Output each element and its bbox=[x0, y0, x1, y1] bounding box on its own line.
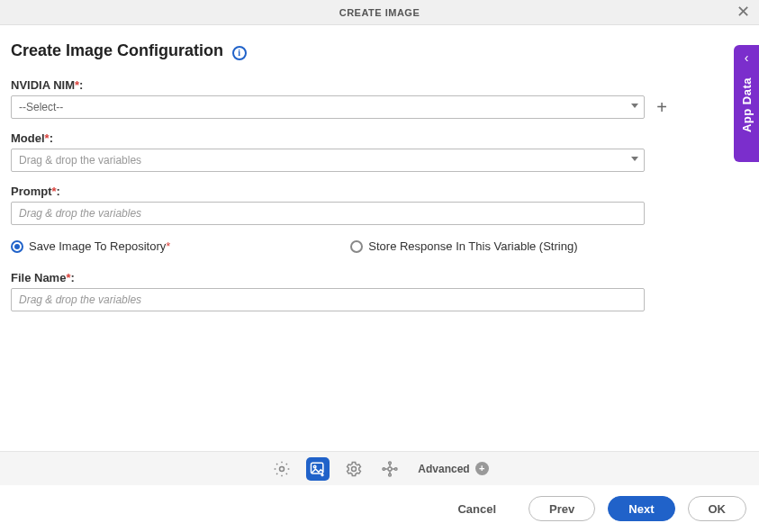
gear-outline-icon[interactable] bbox=[342, 457, 366, 481]
label-colon: : bbox=[57, 185, 60, 198]
model-label: Model*: bbox=[11, 131, 748, 145]
chevron-down-icon bbox=[631, 104, 638, 108]
button-bar: Cancel Prev Next OK bbox=[0, 485, 759, 532]
prompt-label: Prompt*: bbox=[11, 185, 748, 198]
input-placeholder: Drag & drop the variables bbox=[19, 207, 141, 220]
svg-point-3 bbox=[352, 466, 357, 471]
radio-store-response[interactable]: Store Response In This Variable (String) bbox=[350, 239, 577, 253]
svg-point-0 bbox=[280, 466, 285, 471]
plus-circle-icon: + bbox=[475, 462, 489, 475]
field-prompt: Prompt*: Drag & drop the variables bbox=[11, 185, 748, 225]
label-colon: : bbox=[79, 78, 83, 92]
flow-icon[interactable] bbox=[378, 457, 402, 481]
footer-toolbar: Advanced + bbox=[0, 451, 759, 485]
ok-button[interactable]: OK bbox=[688, 496, 747, 521]
page-title: Create Image Configuration bbox=[11, 41, 223, 59]
required-marker: * bbox=[166, 239, 170, 253]
svg-point-8 bbox=[395, 467, 398, 470]
app-data-side-tab[interactable]: ‹ App Data bbox=[734, 45, 759, 162]
advanced-toggle[interactable]: Advanced + bbox=[418, 462, 488, 475]
svg-point-6 bbox=[389, 473, 392, 476]
label-colon: : bbox=[50, 131, 53, 145]
modal-title: CREATE IMAGE bbox=[339, 7, 420, 18]
info-icon[interactable]: i bbox=[232, 46, 247, 60]
radio-label: Save Image To Repository* bbox=[29, 239, 170, 253]
cancel-button[interactable]: Cancel bbox=[438, 496, 516, 521]
label-text: File Name bbox=[11, 271, 66, 284]
input-placeholder: Drag & drop the variables bbox=[19, 293, 141, 306]
image-icon[interactable] bbox=[306, 457, 330, 481]
heading-row: Create Image Configuration i bbox=[11, 41, 748, 60]
modal-header: CREATE IMAGE ✕ bbox=[0, 0, 759, 25]
radio-label-text: Save Image To Repository bbox=[29, 239, 166, 253]
nvidia-nim-select[interactable]: --Select-- bbox=[11, 95, 645, 119]
field-nvidia-nim: NVIDIA NIM*: --Select-- + bbox=[11, 78, 748, 119]
modal-body: Create Image Configuration i NVIDIA NIM*… bbox=[0, 25, 759, 451]
label-text: Model bbox=[11, 131, 45, 145]
radio-label: Store Response In This Variable (String) bbox=[368, 239, 577, 253]
field-filename: File Name*: Drag & drop the variables bbox=[11, 271, 748, 311]
filename-label: File Name*: bbox=[11, 271, 748, 284]
prev-button[interactable]: Prev bbox=[529, 496, 595, 521]
label-text: Prompt bbox=[11, 185, 52, 198]
nvidia-nim-label: NVIDIA NIM*: bbox=[11, 78, 748, 92]
svg-point-5 bbox=[389, 462, 392, 464]
svg-point-7 bbox=[383, 467, 385, 470]
model-select[interactable]: Drag & drop the variables bbox=[11, 149, 645, 172]
output-radio-group: Save Image To Repository* Store Response… bbox=[11, 239, 748, 253]
gear-icon[interactable] bbox=[270, 457, 294, 481]
field-model: Model*: Drag & drop the variables bbox=[11, 131, 748, 172]
label-text: NVIDIA NIM bbox=[11, 78, 75, 92]
select-placeholder: Drag & drop the variables bbox=[19, 154, 141, 167]
svg-point-2 bbox=[314, 465, 317, 468]
add-nim-icon[interactable]: + bbox=[654, 98, 670, 116]
advanced-label: Advanced bbox=[418, 463, 469, 475]
select-value: --Select-- bbox=[19, 101, 63, 113]
radio-off-icon bbox=[350, 240, 363, 253]
label-colon: : bbox=[70, 271, 74, 284]
radio-save-image[interactable]: Save Image To Repository* bbox=[11, 239, 170, 253]
chevron-down-icon bbox=[631, 157, 638, 161]
radio-on-icon bbox=[11, 240, 23, 253]
chevron-left-icon: ‹ bbox=[745, 50, 749, 65]
prompt-input[interactable]: Drag & drop the variables bbox=[11, 202, 645, 225]
filename-input[interactable]: Drag & drop the variables bbox=[11, 288, 645, 311]
svg-point-4 bbox=[388, 466, 392, 470]
next-button[interactable]: Next bbox=[608, 496, 674, 521]
app-data-label: App Data bbox=[740, 77, 754, 132]
close-icon[interactable]: ✕ bbox=[736, 4, 750, 20]
